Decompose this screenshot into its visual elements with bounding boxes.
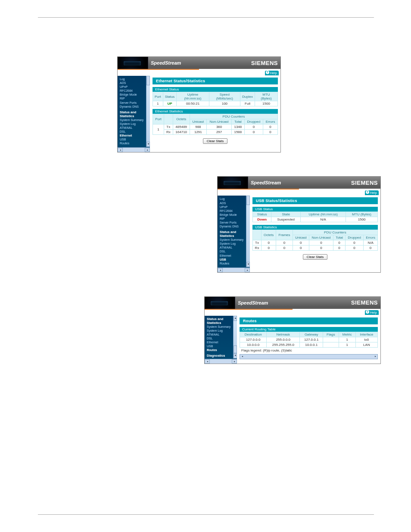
brand-company: SIEMENS bbox=[251, 60, 278, 66]
sidebar-item-usb[interactable]: USB bbox=[207, 344, 237, 348]
sidebar-item-ethernet[interactable]: Ethernet bbox=[207, 340, 237, 344]
help-link[interactable]: Help bbox=[265, 71, 279, 75]
sidebar-item-syslog[interactable]: System Log bbox=[220, 242, 250, 246]
sidebar-section-diagnostics: Diagnostics bbox=[207, 354, 237, 358]
help-link[interactable]: Help bbox=[365, 310, 379, 315]
usb-statistics-header: USB Statistics bbox=[252, 225, 378, 230]
sidebar-item-bridge[interactable]: Bridge Mode bbox=[220, 213, 250, 217]
sidebar-item-atm[interactable]: ATM/AAL bbox=[207, 333, 237, 336]
device-image bbox=[205, 297, 235, 309]
sidebar-item-bridge[interactable]: Bridge Mode bbox=[120, 93, 150, 96]
help-link[interactable]: Help bbox=[365, 190, 379, 195]
page-title: USB Status/Statistics bbox=[252, 197, 378, 204]
device-image bbox=[118, 57, 148, 69]
sidebar: Log ADS UPnP RFC2684 Bridge Mode RIP Ser… bbox=[218, 196, 250, 272]
sidebar-item-usb[interactable]: USB bbox=[220, 258, 250, 261]
brand-product: SpeedStream bbox=[251, 180, 281, 185]
sidebar-item-routes[interactable]: Routes bbox=[207, 348, 237, 352]
sidebar-item-summary[interactable]: System Summary bbox=[207, 325, 237, 329]
clear-stats-button[interactable]: Clear Stats bbox=[203, 138, 228, 144]
sidebar-item-syslog[interactable]: System Log bbox=[207, 329, 237, 333]
sidebar-item-atm[interactable]: ATM/AAL bbox=[220, 246, 250, 249]
usb-status-table: Status State Uptime (hh:mm:ss) MTU (Byte… bbox=[252, 212, 378, 222]
sidebar-section-status: Status and Statistics bbox=[120, 110, 150, 118]
device-image bbox=[218, 177, 248, 189]
page-title: Routes bbox=[240, 317, 378, 324]
table-row: Rx 0 0 0 0 0 0 0 bbox=[253, 246, 378, 251]
sidebar-vscroll[interactable]: ▴▾ bbox=[233, 316, 237, 359]
table-row: Tx 0 0 0 0 0 0 N/A bbox=[253, 240, 378, 246]
sidebar-item-upnp[interactable]: UPnP bbox=[120, 85, 150, 89]
brand-company: SIEMENS bbox=[351, 299, 378, 306]
sidebar-item-dsl[interactable]: DSL bbox=[207, 336, 237, 340]
sidebar: Log ADS UPnP RFC2684 Bridge Mode RIP Ser… bbox=[118, 76, 150, 152]
page-title: Ethernet Status/Statistics bbox=[153, 78, 278, 84]
sidebar-item-syslog[interactable]: System Log bbox=[120, 122, 150, 126]
table-row: 10.0.0.0 255.255.255.0 10.0.0.1 1 LAN bbox=[240, 342, 378, 347]
ethernet-statistics-header: Ethernet Statistics bbox=[153, 109, 278, 114]
sidebar-item-upnp[interactable]: UPnP bbox=[220, 205, 250, 209]
sidebar-item-log[interactable]: Log bbox=[120, 77, 150, 81]
sidebar-item-ads[interactable]: ADS bbox=[120, 81, 150, 85]
bottom-rule bbox=[38, 514, 374, 515]
sidebar-item-ddns[interactable]: Dynamic DNS bbox=[120, 105, 150, 109]
col-port: Port bbox=[153, 92, 163, 101]
col-speed: Speed (Mbits/sec) bbox=[209, 92, 240, 101]
sidebar-item-server-ports[interactable]: Server Ports bbox=[220, 221, 250, 224]
sidebar-item-log[interactable]: Log bbox=[220, 197, 250, 201]
col-duplex: Duplex bbox=[240, 92, 255, 101]
usb-status-header: USB Status bbox=[252, 207, 378, 212]
sidebar-item-ethernet[interactable]: Ethernet bbox=[220, 254, 250, 258]
routing-table-header: Current Routing Table bbox=[240, 327, 378, 332]
screenshot-routes: SpeedStream SIEMENS Help Status and Stat… bbox=[204, 296, 381, 364]
sidebar-vscroll[interactable]: ▴▾ bbox=[146, 76, 150, 147]
sidebar-item-rfc2684[interactable]: RFC2684 bbox=[220, 209, 250, 213]
sidebar-item-routes[interactable]: Routes bbox=[220, 261, 250, 265]
ethernet-statistics-table: Port Octets PDU Counters Unicast Non-Uni… bbox=[153, 114, 278, 135]
sidebar-item-rip[interactable]: RIP bbox=[220, 217, 250, 221]
sidebar-section-status: Status and Statistics bbox=[207, 317, 237, 325]
col-uptime: Uptime (hh:mm:ss) bbox=[177, 92, 209, 101]
screenshot-usb: SpeedStream SIEMENS Help Log ADS UPnP RF… bbox=[217, 176, 381, 272]
ethernet-status-table: Port Status Uptime (hh:mm:ss) Speed (Mbi… bbox=[153, 92, 278, 106]
flags-legend: Flags legend: (R)ip route, (S)tatic bbox=[240, 348, 378, 353]
brand-product: SpeedStream bbox=[238, 300, 268, 305]
ethernet-status-header: Ethernet Status bbox=[153, 87, 278, 92]
sidebar-vscroll[interactable]: ▴▾ bbox=[246, 196, 250, 267]
table-row: Rx 164710 1291 297 1588 0 0 bbox=[153, 130, 278, 135]
table-row: 127.0.0.0 255.0.0.0 127.0.0.1 1 lo0 bbox=[240, 337, 378, 342]
sidebar-hscroll[interactable]: ◂▸ bbox=[205, 359, 237, 364]
table-row: 1 Tx 485489 988 360 1348 0 0 bbox=[153, 124, 278, 130]
table-row: Down Suspended N/A 1500 bbox=[253, 217, 378, 222]
col-mtu: MTU (Bytes) bbox=[255, 92, 277, 101]
sidebar-item-atm[interactable]: ATM/AAL bbox=[120, 126, 150, 130]
sidebar-section-status: Status and Statistics bbox=[220, 230, 250, 238]
brand-product: SpeedStream bbox=[151, 60, 181, 65]
sidebar-item-ddns[interactable]: Dynamic DNS bbox=[220, 224, 250, 228]
sidebar-item-rfc2684[interactable]: RFC2684 bbox=[120, 89, 150, 93]
sidebar-item-summary[interactable]: System Summary bbox=[120, 118, 150, 122]
sidebar-item-rip[interactable]: RIP bbox=[120, 96, 150, 100]
usb-statistics-table: Octets Frames PDU Counters Unicast Non-U… bbox=[252, 230, 378, 251]
sidebar: Status and Statistics System Summary Sys… bbox=[205, 316, 237, 364]
sidebar-item-dsl[interactable]: DSL bbox=[220, 249, 250, 253]
brand-company: SIEMENS bbox=[351, 180, 378, 186]
sidebar-item-summary[interactable]: System Summary bbox=[220, 238, 250, 242]
sidebar-item-routes[interactable]: Routes bbox=[120, 141, 150, 145]
sidebar-hscroll[interactable]: ◂▸ bbox=[218, 268, 250, 272]
screenshot-ethernet: SpeedStream SIEMENS Help Log ADS UPnP RF… bbox=[117, 56, 281, 152]
col-status: Status bbox=[163, 92, 177, 101]
routing-table: Destination Netmask Gateway Flags Metric… bbox=[240, 332, 378, 348]
sidebar-item-dsl[interactable]: DSL bbox=[120, 130, 150, 134]
sidebar-item-usb[interactable]: USB bbox=[120, 137, 150, 141]
table-row: 1 UP 00:50:21 100 Full 1500 bbox=[153, 101, 278, 106]
sidebar-hscroll[interactable]: ◂▸ bbox=[118, 147, 150, 152]
sidebar-item-ethernet[interactable]: Ethernet bbox=[120, 134, 150, 137]
top-rule bbox=[38, 17, 374, 18]
sidebar-item-server-ports[interactable]: Server Ports bbox=[120, 101, 150, 105]
sidebar-item-ads[interactable]: ADS bbox=[220, 201, 250, 205]
clear-stats-button[interactable]: Clear Stats bbox=[303, 254, 328, 260]
content-hscroll[interactable]: ◂▸ bbox=[240, 354, 378, 359]
